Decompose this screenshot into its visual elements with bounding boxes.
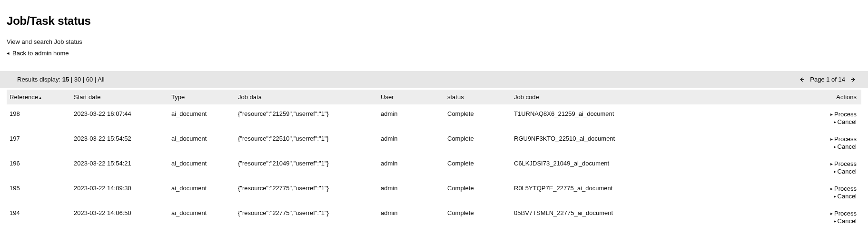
process-label: Process [834,185,857,192]
table-row: 1982023-03-22 16:07:44ai_document{"resou… [7,106,861,129]
pager: Page 1 of 14 [799,76,857,83]
cell-reference: 196 [7,156,71,179]
cell-start-date: 2023-03-22 14:06:50 [71,206,168,228]
cell-reference: 197 [7,131,71,154]
cell-start-date: 2023-03-22 14:09:30 [71,181,168,204]
page-subtitle: View and search Job status [7,38,861,45]
cell-reference: 194 [7,206,71,228]
arrow-left-icon [799,77,805,82]
table-header-row: Reference▴ Start date Type Job data User… [7,90,861,104]
process-label: Process [834,135,857,143]
table-row: 1972023-03-22 15:54:52ai_document{"resou… [7,131,861,154]
cell-actions: ▸Process▸Cancel [697,131,861,154]
col-header-job-data[interactable]: Job data [235,90,378,104]
cancel-label: Cancel [838,118,857,125]
cancel-label: Cancel [838,168,857,175]
results-option-15[interactable]: 15 [62,76,69,83]
cell-actions: ▸Process▸Cancel [697,156,861,179]
table-row: 1952023-03-22 14:09:30ai_document{"resou… [7,181,861,204]
results-option-60[interactable]: 60 [86,76,93,83]
results-option-30[interactable]: 30 [74,76,81,83]
cell-user: admin [378,106,444,129]
sort-asc-icon: ▴ [39,95,41,100]
process-action[interactable]: ▸Process [830,210,857,217]
results-option-all[interactable]: All [98,76,104,83]
page-indicator: Page 1 of 14 [810,76,845,83]
caret-right-icon: ▸ [834,144,836,149]
col-header-reference-label: Reference [10,93,38,101]
cancel-action[interactable]: ▸Cancel [834,143,857,150]
cell-job-data: {"resource":"22775","userref":"1"} [235,181,378,204]
col-header-user[interactable]: User [378,90,444,104]
caret-right-icon: ▸ [830,186,833,191]
caret-right-icon: ▸ [830,211,833,216]
cell-status: Complete [444,131,511,154]
cancel-label: Cancel [838,143,857,150]
cell-job-code: 05BV7TSMLN_22775_ai_document [511,206,697,228]
cancel-action[interactable]: ▸Cancel [834,193,857,200]
cell-user: admin [378,131,444,154]
results-display: Results display: 15 | 30 | 60 | All [17,76,105,83]
cell-status: Complete [444,156,511,179]
caret-right-icon: ▸ [834,119,836,124]
caret-right-icon: ▸ [830,112,833,117]
back-link-label: Back to admin home [12,50,69,57]
results-toolbar: Results display: 15 | 30 | 60 | All Page… [0,71,868,88]
cell-status: Complete [444,106,511,129]
cell-actions: ▸Process▸Cancel [697,181,861,204]
cell-job-data: {"resource":"22775","userref":"1"} [235,206,378,228]
caret-right-icon: ▸ [830,136,833,142]
results-display-label: Results display: [17,76,60,83]
process-label: Process [834,111,857,118]
caret-right-icon: ▸ [834,169,836,174]
cell-reference: 195 [7,181,71,204]
cancel-action[interactable]: ▸Cancel [834,217,857,225]
col-header-actions: Actions [697,90,861,104]
caret-right-icon: ▸ [830,161,833,166]
cell-job-code: R0L5YTQP7E_22775_ai_document [511,181,697,204]
cell-user: admin [378,156,444,179]
cell-start-date: 2023-03-22 15:54:52 [71,131,168,154]
cell-status: Complete [444,206,511,228]
cell-job-code: RGU9NF3KTO_22510_ai_document [511,131,697,154]
cell-user: admin [378,206,444,228]
cell-actions: ▸Process▸Cancel [697,106,861,129]
col-header-status[interactable]: status [444,90,511,104]
col-header-job-code[interactable]: Job code [511,90,697,104]
cell-type: ai_document [168,106,235,129]
cell-type: ai_document [168,206,235,228]
job-status-table: Reference▴ Start date Type Job data User… [7,88,861,230]
cell-status: Complete [444,181,511,204]
cell-type: ai_document [168,156,235,179]
next-page-button[interactable] [850,76,857,83]
cancel-label: Cancel [838,217,857,225]
back-to-admin-link[interactable]: ◂ Back to admin home [7,50,69,57]
col-header-reference[interactable]: Reference▴ [7,90,71,104]
cell-start-date: 2023-03-22 15:54:21 [71,156,168,179]
cell-job-data: {"resource":"21049","userref":"1"} [235,156,378,179]
process-label: Process [834,210,857,217]
cell-job-code: C6LKJDSI73_21049_ai_document [511,156,697,179]
col-header-start-date[interactable]: Start date [71,90,168,104]
table-row: 1962023-03-22 15:54:21ai_document{"resou… [7,156,861,179]
cancel-action[interactable]: ▸Cancel [834,118,857,125]
process-action[interactable]: ▸Process [830,185,857,192]
caret-right-icon: ▸ [834,194,836,199]
cell-job-data: {"resource":"22510","userref":"1"} [235,131,378,154]
table-row: 1942023-03-22 14:06:50ai_document{"resou… [7,206,861,228]
cell-start-date: 2023-03-22 16:07:44 [71,106,168,129]
cancel-action[interactable]: ▸Cancel [834,168,857,175]
caret-right-icon: ▸ [834,218,836,224]
arrow-right-icon [850,77,856,82]
cell-type: ai_document [168,181,235,204]
prev-page-button[interactable] [799,76,805,83]
col-header-type[interactable]: Type [168,90,235,104]
process-action[interactable]: ▸Process [830,135,857,143]
cell-job-code: T1URNAQ8X6_21259_ai_document [511,106,697,129]
process-action[interactable]: ▸Process [830,111,857,118]
process-action[interactable]: ▸Process [830,160,857,167]
cell-reference: 198 [7,106,71,129]
cell-actions: ▸Process▸Cancel [697,206,861,228]
caret-left-icon: ◂ [7,50,10,56]
cell-type: ai_document [168,131,235,154]
